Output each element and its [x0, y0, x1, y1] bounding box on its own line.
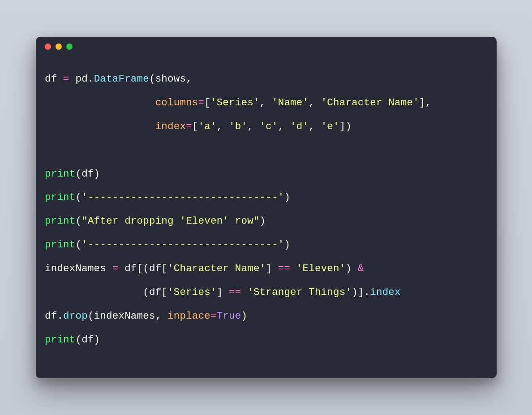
code-line: print('-------------------------------'): [45, 239, 290, 251]
code-line: print('-------------------------------'): [45, 191, 290, 203]
code-line: print(df): [45, 168, 100, 180]
code-line: index=['a', 'b', 'c', 'd', 'e']): [45, 121, 352, 132]
code-line: print("After dropping 'Eleven' row"): [45, 215, 266, 227]
code-block: df = pd.DataFrame(shows, columns=['Serie…: [36, 56, 497, 352]
code-line: (df['Series'] == 'Stranger Things')].ind…: [45, 286, 401, 298]
code-line: indexNames = df[(df['Character Name'] ==…: [45, 263, 364, 274]
code-line: print(df): [45, 334, 100, 346]
minimize-icon[interactable]: [56, 43, 62, 50]
code-window: df = pd.DataFrame(shows, columns=['Serie…: [36, 37, 497, 378]
window-titlebar: [36, 37, 497, 56]
code-line: df.drop(indexNames, inplace=True): [45, 310, 247, 322]
close-icon[interactable]: [45, 43, 51, 50]
code-line: df = pd.DataFrame(shows,: [45, 73, 192, 85]
zoom-icon[interactable]: [66, 43, 73, 50]
page-background: df = pd.DataFrame(shows, columns=['Serie…: [0, 0, 532, 415]
code-line: columns=['Series', 'Name', 'Character Na…: [45, 97, 431, 108]
code-line-blank: [45, 144, 51, 156]
